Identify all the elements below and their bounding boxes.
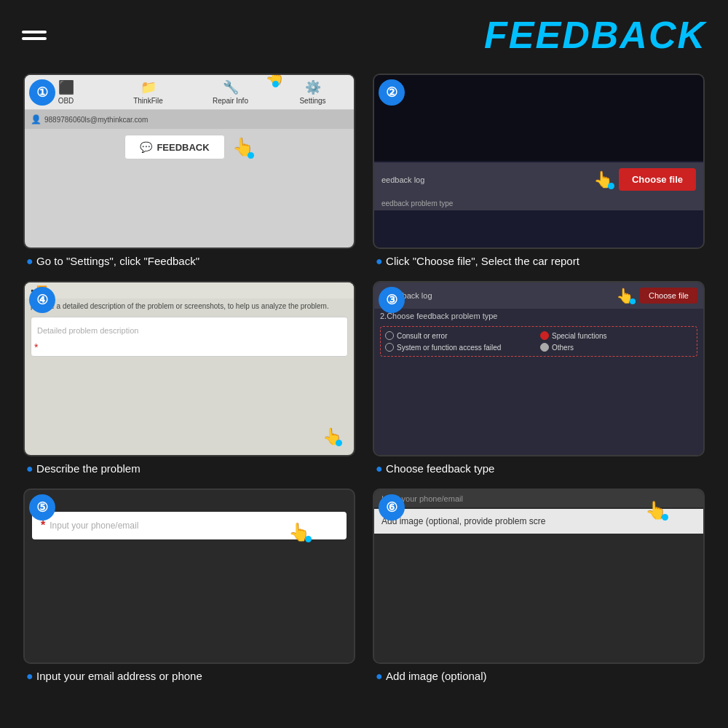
feedback-label: FEEDBACK [157,142,209,153]
step-4-cell: ④ ▪ 📶 provide a detailed description of … [15,275,364,483]
radio-consult [385,331,394,340]
option-system[interactable]: System or function access failed [385,343,537,352]
hand-area-6: 👆 [645,500,667,521]
option-special-label: Special functions [552,332,607,340]
option-others-label: Others [552,344,574,352]
option-consult-label: Consult or error [397,332,447,340]
nav-bar: ⬛ OBD 📁 ThinkFile 🔧 Repair Info 👆 [25,75,354,110]
step-5-badge: ⑤ [29,494,55,521]
nav-thinkfile: 📁 ThinkFile [107,75,189,109]
card2-content: eedback log 👆 Choose file eedback proble… [374,75,703,248]
problem-placeholder: Detailed problem description [37,326,138,335]
feedback-button[interactable]: 💬 FEEDBACK [124,135,224,159]
repair-icon: 🔧 [223,79,239,95]
card5-content: 👆 * Input your phone/email [25,512,354,664]
step-2-card: ② eedback log 👆 Choose file eedback prob… [373,74,705,249]
step-6-card: ⑥ 👆 Input your phone/email Add image (op… [373,488,705,664]
step-1-cell: ① ⬛ OBD 📁 ThinkFile 🔧 Repair Info [15,68,364,275]
card3-log-label: e feedback log [380,291,616,300]
choose-file-button[interactable]: Choose file [619,168,696,191]
step-6-cell: ⑥ 👆 Input your phone/email Add image (op… [364,483,713,690]
dark-overlay [374,75,703,161]
card1-content: ⬛ OBD 📁 ThinkFile 🔧 Repair Info 👆 [25,75,354,248]
step-1-card: ① ⬛ OBD 📁 ThinkFile 🔧 Repair Info [23,74,355,249]
hamburger-menu[interactable] [22,31,47,40]
step-2-badge: ② [379,79,405,106]
card3-top-row: e feedback log 👆 Choose file [374,282,703,309]
radio-special [540,331,549,340]
problem-input[interactable]: Detailed problem description * [31,317,348,357]
email-required: * [41,519,45,532]
step-4-caption: Describe the problem [23,461,355,477]
card6-content: 👆 Input your phone/email Add image (opti… [374,490,703,662]
hand-area-5: 👆 [288,522,310,542]
pointer-dot-1 [272,81,279,87]
steps-grid: ① ⬛ OBD 📁 ThinkFile 🔧 Repair Info [0,64,728,697]
desc-text: provide a detailed description of the pr… [25,298,354,314]
option-others[interactable]: Others [540,343,692,352]
step-6-caption: Add image (optional) [373,668,705,684]
dot-1 [248,152,254,159]
step-4-card: ④ ▪ 📶 provide a detailed description of … [23,281,355,456]
option-system-label: System or function access failed [397,344,501,352]
step-3-badge: ③ [379,287,405,313]
hand-area-3: 👆 [616,287,634,304]
option-consult[interactable]: Consult or error [385,331,537,340]
feedback-options-grid: Consult or error Special functions Syste… [380,326,697,357]
required-star: * [34,341,38,353]
card4-content: ▪ 📶 provide a detailed description of th… [25,282,354,455]
dot-4 [336,440,342,446]
feedback-msg-icon: 💬 [140,141,152,153]
step-2-caption: Click "Choose file", Select the car repo… [373,253,705,269]
log-label: eedback log [381,175,593,184]
page-title: FEEDBACK [484,13,706,57]
step-1-badge: ① [29,79,55,106]
hand-area-1: 👆 [232,137,254,157]
option-special[interactable]: Special functions [540,331,692,340]
dot-5 [305,536,312,542]
radio-system [385,343,394,352]
dot-3 [630,298,636,304]
step-3-card: ③ e feedback log 👆 Choose file 2.Choose … [373,281,705,456]
page-header: FEEDBACK [0,0,728,64]
step-4-badge: ④ [29,287,55,313]
thinkfile-icon: 📁 [141,79,157,95]
hand-area-2: 👆 [593,170,613,189]
hand-area-4: 👆 [323,427,342,446]
settings-icon: ⚙️ [305,79,321,95]
card3-content: e feedback log 👆 Choose file 2.Choose fe… [374,282,703,455]
step-5-card: ⑤ 👆 * Input your phone/email [23,488,355,664]
step-3-caption: Choose feedback type [373,461,705,477]
file-row: eedback log 👆 Choose file [374,162,703,197]
card3-choose-btn[interactable]: Choose file [640,288,697,304]
step-5-caption: Input your email address or phone [23,668,355,684]
feedback-row: 💬 FEEDBACK 👆 [25,129,354,165]
nav-repair: 🔧 Repair Info 👆 [189,75,272,109]
step-5-cell: ⑤ 👆 * Input your phone/email Input your … [15,483,364,690]
radio-others [540,343,549,352]
step-3-cell: ③ e feedback log 👆 Choose file 2.Choose … [364,275,713,483]
step-6-badge: ⑥ [379,494,405,521]
section-title: 2.Choose feedback problem type [374,309,703,323]
step-2-cell: ② eedback log 👆 Choose file eedback prob… [364,68,713,275]
email-placeholder: Input your phone/email [50,521,138,531]
dot-2 [608,183,614,189]
avatar-icon: 👤 [31,114,41,124]
problem-type-label: eedback problem type [374,197,703,210]
step-1-caption: Go to "Settings", click "Feedback" [23,253,355,269]
dot-6 [662,514,668,521]
email-row: 👤 9889786060ls@mythinkcar.com [25,110,354,129]
wifi-row: ▪ 📶 [25,282,354,298]
obd-icon: ⬛ [58,79,74,95]
